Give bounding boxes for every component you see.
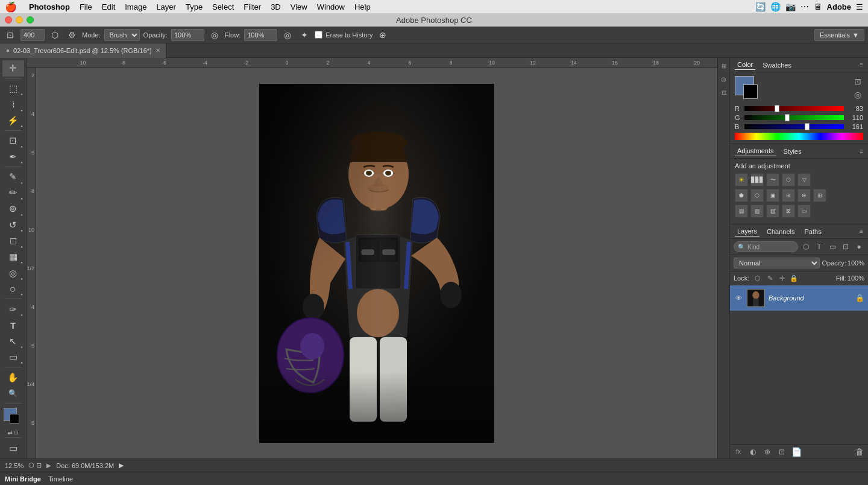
adjustments-panel-arrow[interactable]: ≡: [860, 148, 863, 154]
marquee-tool[interactable]: ⬚▸: [2, 80, 24, 97]
g-slider[interactable]: [744, 115, 844, 120]
g-slider-thumb[interactable]: [785, 114, 790, 121]
menu-help[interactable]: Help: [354, 2, 371, 11]
background-color[interactable]: [10, 414, 19, 423]
pen-tool[interactable]: ✑▸: [2, 301, 24, 317]
blur-tool[interactable]: ◎▸: [2, 265, 24, 281]
layer-filter-type-icon[interactable]: ⬡: [800, 241, 811, 252]
minimize-button[interactable]: [16, 16, 23, 24]
selective-color-icon[interactable]: ▭: [797, 204, 811, 218]
flow-pressure-icon[interactable]: ◎: [281, 28, 294, 42]
zoom-tool[interactable]: 🔍: [2, 385, 24, 402]
threshold-icon[interactable]: ▨: [766, 204, 779, 218]
document-tab[interactable]: ● 02-03_Trevor606-Edit.psd @ 12.5% (RGB/…: [0, 43, 167, 58]
color-panel-arrow[interactable]: ≡: [860, 62, 863, 68]
erase-history-label[interactable]: Erase to History: [315, 31, 373, 39]
curves-icon[interactable]: 〜: [766, 173, 779, 186]
brush-settings-icon[interactable]: ⚙: [65, 28, 78, 42]
add-adjustment-button[interactable]: ⊕: [761, 446, 773, 458]
layer-filter-smart-icon[interactable]: ⊡: [840, 241, 851, 252]
vibrance-icon[interactable]: ▽: [797, 173, 811, 186]
invert-icon[interactable]: ▤: [735, 204, 748, 218]
color-gamut-icon[interactable]: ◎: [852, 89, 863, 100]
lock-image-icon[interactable]: ✎: [765, 273, 775, 283]
shape-tool[interactable]: ▭▸: [2, 349, 24, 366]
timeline-tab[interactable]: Timeline: [48, 475, 73, 483]
move-tool[interactable]: ✛: [2, 60, 24, 77]
brush-size-value[interactable]: 400: [20, 29, 45, 41]
panel-toggle-3[interactable]: ⊡: [719, 87, 729, 98]
layer-filter-shape-icon[interactable]: ▭: [827, 241, 838, 252]
path-selection-tool[interactable]: ↖▸: [2, 333, 24, 349]
paths-tab[interactable]: Paths: [802, 227, 824, 236]
eraser-tool[interactable]: ◻▸: [2, 233, 24, 249]
b-slider-thumb[interactable]: [805, 123, 810, 130]
airbrush-icon[interactable]: ✦: [298, 28, 311, 42]
delete-layer-button[interactable]: 🗑: [854, 446, 866, 458]
zoom-nav-icon-1[interactable]: ⬡: [28, 461, 34, 469]
fill-value[interactable]: 100%: [848, 274, 864, 282]
essentials-dropdown[interactable]: Essentials ▼: [814, 29, 864, 41]
bw-icon[interactable]: ▣: [766, 189, 779, 202]
menu-layer[interactable]: Layer: [156, 2, 176, 11]
zoom-nav-icon-2[interactable]: ⊡: [36, 461, 42, 469]
hsl-icon[interactable]: ⬟: [735, 189, 748, 202]
status-play-icon[interactable]: ▶: [119, 461, 124, 469]
gradient-tool[interactable]: ▦▸: [2, 249, 24, 265]
color-fg-bg[interactable]: [735, 76, 764, 105]
r-slider-thumb[interactable]: [775, 105, 779, 112]
menu-view[interactable]: View: [291, 2, 307, 11]
history-brush-tool[interactable]: ↺▸: [2, 217, 24, 233]
exposure-icon[interactable]: ⬡: [782, 173, 795, 186]
quick-select-tool[interactable]: ⚡▸: [2, 113, 24, 129]
layer-visibility-toggle[interactable]: 👁: [734, 293, 743, 303]
lock-transparent-icon[interactable]: ⬡: [753, 273, 763, 283]
brush-preset-icon[interactable]: ⬡: [48, 28, 61, 42]
menu-window[interactable]: Window: [317, 2, 345, 11]
eyedropper-tool[interactable]: ✒▸: [2, 149, 24, 165]
flow-value[interactable]: 100%: [244, 29, 277, 41]
panel-toggle-1[interactable]: ⊞: [719, 60, 729, 71]
layer-filter-toggle[interactable]: ●: [854, 241, 864, 252]
opacity-value[interactable]: 100%: [171, 29, 204, 41]
menu-file[interactable]: File: [80, 2, 92, 11]
canvas-container[interactable]: [36, 68, 717, 458]
swap-colors-icon[interactable]: ⇄: [8, 430, 13, 436]
apple-menu[interactable]: 🍎: [5, 1, 17, 13]
brush-tool[interactable]: ✏▸: [2, 185, 24, 201]
menu-image[interactable]: Image: [125, 2, 146, 11]
color-lookup-icon[interactable]: ⊞: [813, 189, 826, 202]
menu-photoshop[interactable]: Photoshop: [29, 2, 70, 11]
layers-tab[interactable]: Layers: [735, 226, 760, 236]
lock-position-icon[interactable]: ✛: [777, 273, 787, 283]
status-arrow[interactable]: ▶: [46, 462, 51, 469]
menu-type[interactable]: Type: [186, 2, 203, 11]
menu-filter[interactable]: Filter: [244, 2, 261, 11]
b-slider[interactable]: [744, 124, 844, 129]
channels-tab[interactable]: Channels: [764, 227, 797, 236]
gradient-map-icon[interactable]: ⊠: [782, 204, 795, 218]
adjustments-tab[interactable]: Adjustments: [735, 146, 776, 156]
canvas-wrapper[interactable]: 2 4 6 8 10 1/2 4 6 1/4 6: [27, 68, 717, 458]
color-mode-icon[interactable]: ⊡: [852, 76, 863, 87]
layer-fx-button[interactable]: fx: [732, 446, 744, 458]
panel-toggle-2[interactable]: ◎: [719, 74, 729, 84]
color-tab[interactable]: Color: [735, 60, 755, 70]
color-spectrum[interactable]: [735, 133, 863, 140]
healing-tool[interactable]: ✎▸: [2, 169, 24, 185]
layers-panel-arrow[interactable]: ≡: [860, 228, 863, 235]
opacity-pressure-icon[interactable]: ◎: [208, 28, 221, 42]
brightness-contrast-icon[interactable]: ☀: [735, 173, 748, 186]
color-swatches[interactable]: [2, 408, 24, 428]
add-layer-button[interactable]: 📄: [790, 446, 802, 458]
lock-all-icon[interactable]: 🔒: [789, 273, 799, 283]
reset-colors-icon[interactable]: ⊡: [14, 430, 19, 436]
layer-name-label[interactable]: Background: [769, 294, 852, 302]
menu-edit[interactable]: Edit: [102, 2, 115, 11]
clone-stamp-tool[interactable]: ⊚▸: [2, 201, 24, 217]
swatches-tab[interactable]: Swatches: [760, 60, 794, 70]
menu-3d[interactable]: 3D: [271, 2, 281, 11]
add-group-button[interactable]: ⊡: [776, 446, 788, 458]
crop-tool[interactable]: ⊡▸: [2, 133, 24, 149]
hand-tool[interactable]: ✋: [2, 369, 24, 385]
